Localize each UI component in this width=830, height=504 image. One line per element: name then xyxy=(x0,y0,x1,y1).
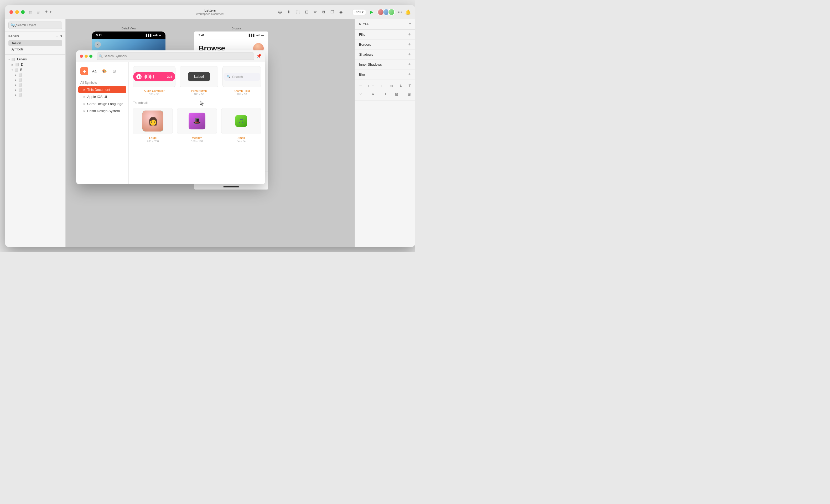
crop-icon[interactable]: ⊡ xyxy=(304,8,310,15)
component-icon[interactable]: ◈ xyxy=(338,8,344,15)
sym-minimize-button[interactable] xyxy=(85,55,88,58)
add-page-button[interactable]: + xyxy=(56,34,58,39)
layer-b[interactable]: ▾ ⬜ B xyxy=(5,67,65,72)
close-overlay-button[interactable]: ✕ xyxy=(95,41,101,48)
apple-ios-item[interactable]: ▶ Apple iOS UI xyxy=(76,93,128,100)
text-icon[interactable]: T xyxy=(409,84,411,88)
layer-sub-1[interactable]: ▶ ⬜ xyxy=(5,72,65,77)
insert-chevron[interactable]: ▾ xyxy=(50,10,52,14)
shadows-property: Shadows + xyxy=(355,49,415,60)
sym-icon-row: ◆ Aa 🎨 ⊡ xyxy=(76,65,128,77)
thumb-large-size: 260 × 260 xyxy=(147,140,159,143)
play-icon[interactable]: ▶ xyxy=(369,8,374,15)
union-icon[interactable]: ⊞ xyxy=(408,92,411,96)
symbols-main: ▐▐ xyxy=(129,62,265,184)
layer-sub-4[interactable]: ▶ ⬜ xyxy=(5,88,65,92)
align-right-icon[interactable]: ⊢ xyxy=(381,84,384,88)
borders-add-button[interactable]: + xyxy=(408,42,411,47)
thumbnail-medium[interactable]: 🎩 Medium 168 × 168 xyxy=(177,108,217,143)
zoom-control[interactable]: 89% ▾ xyxy=(352,9,366,15)
right-toolbar: ⊣ ⊢⊣ ⊢ ⇔ ⇕ T ✕ W H ⊟ ⊞ xyxy=(355,79,415,101)
inner-shadows-add-button[interactable]: + xyxy=(408,62,411,67)
chevron-icon: ▾ xyxy=(11,68,13,71)
sf-search-icon: 🔍 xyxy=(227,75,231,78)
this-document-item[interactable]: ▶ This Document xyxy=(78,86,126,93)
wave-5 xyxy=(149,75,150,78)
more-button[interactable]: ••• xyxy=(398,10,402,14)
sym-text-icon[interactable]: Aa xyxy=(90,67,98,75)
pen-icon[interactable]: ✏ xyxy=(313,8,318,15)
copy-icon[interactable]: ⧉ xyxy=(321,9,326,15)
symbol-audio-controller[interactable]: ▐▐ xyxy=(133,66,175,96)
maximize-button[interactable] xyxy=(21,10,25,14)
notifications-icon[interactable]: 🔔 xyxy=(405,9,411,15)
share-icon[interactable]: ⬚ xyxy=(295,8,301,15)
grid-icon[interactable]: ⊞ xyxy=(36,10,40,14)
nav-icon[interactable]: ▤ xyxy=(29,10,32,14)
symbol-search-field[interactable]: 🔍 Search Search Field 185 × 50 xyxy=(222,66,261,96)
close-icon-2[interactable]: ✕ xyxy=(359,92,362,96)
style-header: STYLE ▾ xyxy=(359,22,411,26)
layer-d[interactable]: ▶ ⬜ D xyxy=(5,62,65,67)
sym-diamond-icon[interactable]: ◆ xyxy=(81,67,88,75)
search-field-widget: 🔍 Search xyxy=(224,73,260,81)
page-symbols[interactable]: Symbols xyxy=(8,46,62,52)
wave-3 xyxy=(146,75,147,78)
height-label[interactable]: H xyxy=(384,92,386,96)
sym-maximize-button[interactable] xyxy=(89,55,92,58)
carat-design-item[interactable]: ▶ Carat Design Language xyxy=(76,100,128,107)
blur-add-button[interactable]: + xyxy=(408,72,411,77)
push-button-preview: Label xyxy=(180,66,218,87)
align-left-icon[interactable]: ⊣ xyxy=(359,84,362,88)
browse-label: Browse xyxy=(194,27,279,30)
pin-button[interactable]: 📌 xyxy=(256,54,262,59)
fills-add-button[interactable]: + xyxy=(408,32,411,37)
canvas-area[interactable]: Detail View 9:41 ▋▋▋ wifi ▬ xyxy=(66,19,355,247)
layer-sub-5[interactable]: ▶ ⬜ xyxy=(5,92,65,97)
folder-icon: ⬜ xyxy=(19,78,22,81)
search-layers-input[interactable] xyxy=(8,22,62,29)
document-subtitle: Workspace Document xyxy=(196,12,224,15)
layer-sub-3[interactable]: ▶ ⬜ xyxy=(5,82,65,88)
minimize-button[interactable] xyxy=(15,10,19,14)
sym-close-button[interactable] xyxy=(80,55,83,58)
sym-layout-icon[interactable]: ⊡ xyxy=(110,67,118,75)
search-field-size: 185 × 50 xyxy=(237,93,247,96)
prism-design-item[interactable]: ▶ Prism Design System xyxy=(76,107,128,114)
distribute-h-icon[interactable]: ⇔ xyxy=(390,84,393,88)
duplicate-icon[interactable]: ❐ xyxy=(329,8,335,15)
location-icon[interactable]: ◎ xyxy=(277,8,283,15)
distribute-v-icon[interactable]: ⇕ xyxy=(399,84,403,88)
sym-palette-icon[interactable]: 🎨 xyxy=(100,67,108,75)
thumb-small-size: 64 × 64 xyxy=(237,140,246,143)
mask-icon[interactable]: ⊟ xyxy=(395,92,398,96)
align-center-h-icon[interactable]: ⊢⊣ xyxy=(368,84,375,88)
insert-button[interactable]: + xyxy=(45,9,48,15)
symbols-search-input[interactable] xyxy=(97,53,254,60)
shadows-add-button[interactable]: + xyxy=(408,52,411,57)
audio-time: 0:34 xyxy=(167,75,172,78)
layer-letters[interactable]: ▾ ⬜ Letters xyxy=(5,57,65,62)
thumbnail-large[interactable]: 👩 Large 260 × 260 xyxy=(133,108,173,143)
browse-status-bar: 9:41 ▋▋▋ wifi ▬ xyxy=(194,32,268,39)
thumbnail-small[interactable]: 🎵 Small 64 × 64 xyxy=(221,108,261,143)
right-sidebar: STYLE ▾ Fills + Borders + Shadows + Inne… xyxy=(355,19,415,247)
sym-search-icon: 🔍 xyxy=(99,54,103,58)
signal-icon: ▋▋▋ xyxy=(146,34,152,37)
user-avatars xyxy=(377,9,395,15)
upload-icon[interactable]: ⬆ xyxy=(286,8,292,15)
push-button-size: 185 × 50 xyxy=(194,93,204,96)
width-label[interactable]: W xyxy=(372,92,374,96)
close-button[interactable] xyxy=(9,10,13,14)
chevron-icon: ▶ xyxy=(15,73,17,76)
layer-sub-2[interactable]: ▶ ⬜ xyxy=(5,77,65,82)
style-chevron: ▾ xyxy=(409,22,411,26)
pages-expand[interactable]: ▾ xyxy=(60,34,62,39)
home-indicator xyxy=(194,184,268,190)
page-design[interactable]: Design xyxy=(8,40,62,46)
symbols-panel: 🔍 📌 ◆ Aa 🎨 ⊡ xyxy=(76,51,265,184)
prism-design-label: Prism Design System xyxy=(87,109,120,113)
symbol-push-button[interactable]: Label Push Button 185 × 50 xyxy=(180,66,218,96)
traffic-lights xyxy=(9,10,25,14)
phone-time: 9:41 xyxy=(96,34,102,37)
